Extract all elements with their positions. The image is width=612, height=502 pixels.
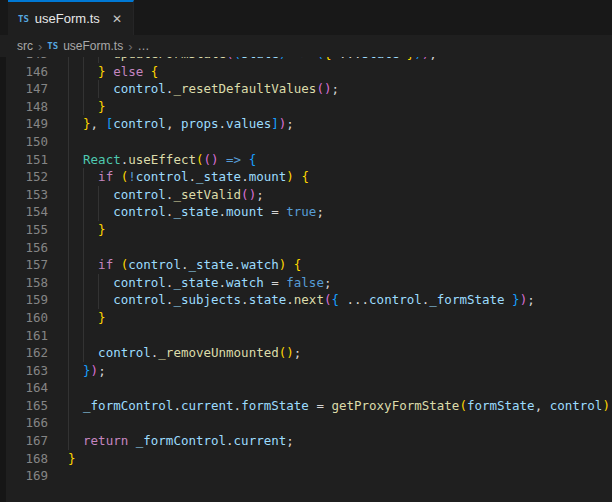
indent-guide xyxy=(68,309,69,327)
code-line-text: control._state.watch = false; xyxy=(48,274,612,292)
code-line[interactable]: 146 } else { xyxy=(6,63,612,81)
code-token xyxy=(339,292,347,307)
line-number[interactable]: 161 xyxy=(6,327,48,345)
line-number[interactable]: 150 xyxy=(6,133,48,151)
line-number[interactable]: 155 xyxy=(6,221,48,239)
code-token: . xyxy=(286,292,294,307)
code-token: _resetDefaultValues xyxy=(173,81,316,96)
code-token xyxy=(399,57,407,61)
code-line-text: } else { xyxy=(48,63,612,81)
code-line[interactable]: 152 if (!control._state.mount) { xyxy=(6,168,612,186)
code-token: . xyxy=(226,433,234,448)
breadcrumb-item-src[interactable]: src xyxy=(17,39,33,53)
code-token: control xyxy=(128,257,181,272)
code-line[interactable]: 147 control._resetDefaultValues(); xyxy=(6,80,612,98)
code-line-text: return _formControl.current; xyxy=(48,432,612,450)
code-token: . xyxy=(219,116,227,131)
line-number[interactable]: 167 xyxy=(6,432,48,450)
code-token: = xyxy=(264,275,287,290)
line-number[interactable]: 159 xyxy=(6,291,48,309)
line-number[interactable]: 158 xyxy=(6,274,48,292)
indent-guide xyxy=(68,256,69,274)
code-token: _state xyxy=(188,257,233,272)
code-line[interactable]: 151 React.useEffect(() => { xyxy=(6,151,612,169)
close-tab-icon[interactable]: ✕ xyxy=(109,11,125,27)
line-number[interactable]: 162 xyxy=(6,344,48,362)
code-line[interactable]: 148 } xyxy=(6,98,612,116)
code-token: if xyxy=(98,257,113,272)
line-number[interactable]: 156 xyxy=(6,239,48,257)
code-token: current xyxy=(234,433,287,448)
code-token: } xyxy=(83,116,91,131)
code-token: ( xyxy=(204,152,212,167)
code-line[interactable]: 169 xyxy=(6,467,612,485)
line-number[interactable]: 168 xyxy=(6,450,48,468)
code-line[interactable]: 166 xyxy=(6,414,612,432)
code-token: . xyxy=(219,275,227,290)
code-line[interactable]: 165 _formControl.current.formState = get… xyxy=(6,397,612,415)
code-line[interactable]: 160 } xyxy=(6,309,612,327)
vscode-window: TS useForm.ts ✕ src › TS useForm.ts › … … xyxy=(0,0,612,502)
code-token: ; xyxy=(331,81,339,96)
indent-guide xyxy=(98,80,99,98)
indent-guide xyxy=(68,221,69,239)
code-line-text: } xyxy=(48,450,612,468)
code-line[interactable]: 161 xyxy=(6,327,612,345)
code-token xyxy=(68,275,113,290)
line-number[interactable]: 157 xyxy=(6,256,48,274)
code-token xyxy=(68,433,83,448)
line-number[interactable]: 149 xyxy=(6,115,48,133)
indent-guide xyxy=(83,274,84,292)
line-number[interactable]: 166 xyxy=(6,414,48,432)
code-token: ; xyxy=(294,345,302,360)
code-line[interactable]: 162 control._removeUnmounted(); xyxy=(6,344,612,362)
line-number[interactable]: 169 xyxy=(6,467,48,485)
breadcrumb-item-file[interactable]: TS useForm.ts xyxy=(47,39,123,53)
tab-useform-ts[interactable]: TS useForm.ts ✕ xyxy=(8,0,134,35)
code-line[interactable]: 163 }); xyxy=(6,362,612,380)
code-line[interactable]: 167 return _formControl.current; xyxy=(6,432,612,450)
breadcrumb-item-symbol[interactable]: … xyxy=(138,39,150,53)
code-line[interactable]: 158 control._state.watch = false; xyxy=(6,274,612,292)
indent-guide xyxy=(83,256,84,274)
code-line-text xyxy=(48,414,612,432)
code-line[interactable]: 168} xyxy=(6,450,612,468)
code-line[interactable]: 164 xyxy=(6,379,612,397)
line-number[interactable]: 163 xyxy=(6,362,48,380)
indent-guide xyxy=(68,186,69,204)
line-number[interactable]: 164 xyxy=(6,379,48,397)
code-line[interactable]: 153 control._setValid(); xyxy=(6,186,612,204)
code-line[interactable]: 154 control._state.mount = true; xyxy=(6,203,612,221)
line-number[interactable]: 151 xyxy=(6,151,48,169)
code-token xyxy=(331,57,339,61)
code-token: ( xyxy=(234,57,242,61)
line-number[interactable]: 152 xyxy=(6,168,48,186)
line-number[interactable]: 148 xyxy=(6,98,48,116)
code-token: state xyxy=(241,57,279,61)
code-editor[interactable]: 145 updateFormState((state) => ({ ...sta… xyxy=(0,57,612,502)
code-line[interactable]: 150 xyxy=(6,133,612,151)
code-token: } xyxy=(98,64,106,79)
breadcrumb: src › TS useForm.ts › … xyxy=(0,35,612,57)
code-line[interactable]: 157 if (control._state.watch) { xyxy=(6,256,612,274)
line-number[interactable]: 154 xyxy=(6,203,48,221)
code-line[interactable]: 155 } xyxy=(6,221,612,239)
indent-guide xyxy=(68,151,69,169)
code-line[interactable]: 149 }, [control, props.values]); xyxy=(6,115,612,133)
code-token: = xyxy=(264,204,287,219)
code-token: _removeUnmounted xyxy=(158,345,278,360)
line-number[interactable]: 160 xyxy=(6,309,48,327)
code-token: watch xyxy=(226,275,264,290)
code-token: => xyxy=(226,152,241,167)
indent-guide xyxy=(98,274,99,292)
code-token: control xyxy=(113,275,166,290)
code-line-text: control._state.mount = true; xyxy=(48,203,612,221)
line-number[interactable]: 153 xyxy=(6,186,48,204)
code-line[interactable]: 159 control._subjects.state.next({ ...co… xyxy=(6,291,612,309)
code-token: control xyxy=(550,398,603,413)
line-number[interactable]: 165 xyxy=(6,397,48,415)
code-token: mount xyxy=(226,204,264,219)
code-line[interactable]: 156 xyxy=(6,239,612,257)
line-number[interactable]: 147 xyxy=(6,80,48,98)
line-number[interactable]: 146 xyxy=(6,63,48,81)
